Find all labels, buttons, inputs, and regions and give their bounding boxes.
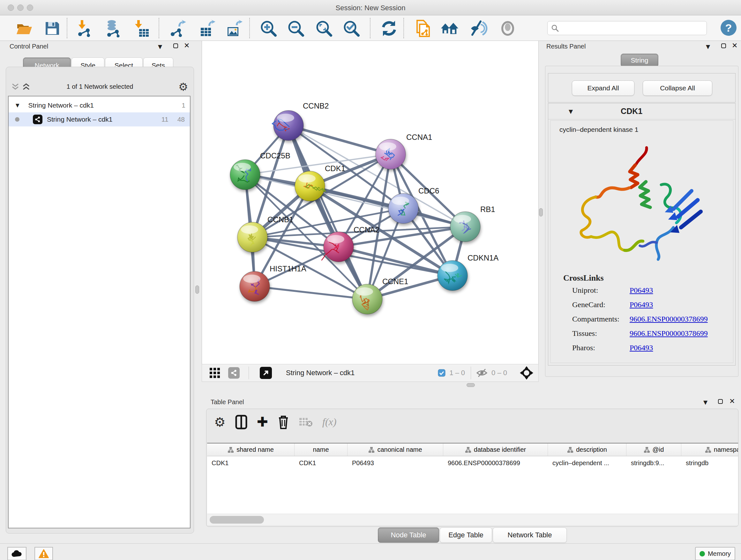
network-canvas[interactable]: CCNB2CCNA1CDC25BCDK1CDC6RB1CCNB1CCNA2CDK…: [202, 41, 539, 364]
table-row[interactable]: CDK1 CDK1 P06493 9606.ENSP00000378699 cy…: [207, 456, 738, 470]
column-shared-name[interactable]: shared name: [207, 443, 294, 456]
tab-network-table[interactable]: Network Table: [493, 527, 567, 543]
collection-expand-icon[interactable]: ▼: [16, 103, 19, 108]
cloud-button[interactable]: [7, 547, 26, 560]
clone-network-icon[interactable]: [414, 19, 433, 38]
zoom-in-icon[interactable]: [259, 19, 278, 38]
column-canonical-name[interactable]: canonical name: [347, 443, 443, 456]
network-view-title: String Network – cdk1: [286, 369, 354, 377]
status-bar: Memory: [0, 543, 741, 560]
zoom-out-icon[interactable]: [286, 19, 305, 38]
expand-all-button[interactable]: Expand All: [572, 80, 634, 96]
table-panel-close-button[interactable]: ✕: [729, 397, 735, 405]
gene-collapse-icon[interactable]: ▼: [569, 108, 573, 115]
search-input[interactable]: [559, 24, 703, 32]
show-columns-icon[interactable]: [235, 415, 247, 429]
left-splitter-handle[interactable]: [195, 286, 199, 294]
show-hide-graphics-icon[interactable]: [470, 19, 488, 38]
network-node-HIST1H1A[interactable]: HIST1H1A: [240, 264, 307, 301]
network-options-gear-icon[interactable]: ⚙: [179, 80, 188, 93]
collection-label: String Network – cdk1: [28, 102, 94, 109]
control-panel-float-button[interactable]: [173, 44, 178, 48]
pharos-link[interactable]: P06493: [630, 344, 733, 352]
node-label-CCNE1: CCNE1: [382, 277, 408, 286]
gene-card-header[interactable]: ▼ CDK1: [548, 104, 735, 119]
table-panel-float-button[interactable]: [718, 399, 723, 404]
network-node-CDKN1A[interactable]: CDKN1A: [437, 253, 498, 291]
network-list: ▼ String Network – cdk1 1 String Network…: [8, 96, 191, 528]
search-icon: [551, 24, 559, 32]
network-selection-status: 1 of 1 Network selected: [6, 83, 194, 90]
network-node-CCNA1[interactable]: CCNA1: [376, 133, 432, 169]
network-collection-row[interactable]: ▼ String Network – cdk1 1: [9, 98, 190, 112]
import-table-icon[interactable]: [132, 19, 151, 38]
birds-eye-grid-icon[interactable]: [209, 367, 220, 379]
delete-table-icon-disabled: [299, 417, 313, 428]
control-panel-close-button[interactable]: ✕: [184, 42, 190, 50]
home-icon[interactable]: [441, 19, 459, 38]
genecard-link[interactable]: P06493: [630, 300, 733, 309]
network-status-dot: [15, 117, 19, 122]
zoom-fit-icon[interactable]: [315, 19, 333, 38]
column-database-identifier[interactable]: database identifier: [443, 443, 548, 456]
network-node-CDC25B[interactable]: CDC25B: [230, 151, 290, 190]
eye-icon[interactable]: [498, 19, 517, 38]
hidden-eye-icon[interactable]: [476, 368, 488, 378]
gene-result-card: ▼ CDK1 cyclin–dependent kinase 1: [548, 103, 736, 366]
tab-string[interactable]: String: [621, 54, 658, 67]
warning-icon: [39, 549, 49, 558]
warning-button[interactable]: [35, 547, 53, 560]
import-network-icon[interactable]: [75, 19, 94, 38]
delete-column-icon[interactable]: [278, 415, 289, 429]
zoom-selected-icon[interactable]: [342, 19, 360, 38]
node-label-CCNA2: CCNA2: [354, 226, 380, 234]
help-button[interactable]: ?: [721, 20, 737, 36]
network-edge-CCNB2-CCNA1[interactable]: [288, 125, 391, 154]
open-session-icon[interactable]: [15, 19, 33, 38]
column-description[interactable]: description: [548, 443, 626, 456]
export-network-icon[interactable]: [169, 19, 187, 38]
results-panel-close-button[interactable]: ✕: [732, 42, 738, 50]
network-type-icon[interactable]: [228, 367, 240, 379]
selected-checkbox-icon[interactable]: [438, 369, 446, 377]
network-row-selected[interactable]: String Network – cdk1 11 48: [9, 112, 190, 126]
crosslinks-heading: CrossLinks: [563, 273, 733, 283]
control-panel-collapse-icon[interactable]: ▼: [158, 44, 162, 50]
export-table-icon[interactable]: [198, 19, 216, 38]
tab-edge-table[interactable]: Edge Table: [440, 527, 492, 543]
export-image-icon[interactable]: [225, 19, 243, 38]
open-in-window-icon[interactable]: [260, 367, 272, 379]
results-panel-float-button[interactable]: [721, 44, 726, 48]
import-network-from-database-icon[interactable]: [104, 19, 123, 38]
column-name[interactable]: name: [294, 443, 347, 456]
compartments-link[interactable]: 9606.ENSP00000378699: [630, 315, 733, 323]
results-panel-collapse-icon[interactable]: ▼: [706, 44, 710, 50]
node-label-HIST1H1A: HIST1H1A: [270, 264, 307, 273]
scrollbar-thumb[interactable]: [210, 516, 264, 523]
control-panel-title: Control Panel: [10, 43, 48, 50]
add-column-icon[interactable]: ✚: [257, 414, 268, 430]
right-splitter-handle[interactable]: [539, 208, 543, 216]
horizontal-splitter-handle[interactable]: [467, 383, 475, 387]
network-node-RB1[interactable]: RB1: [450, 205, 495, 242]
network-edge-HIST1H1A-CCNE1[interactable]: [255, 287, 367, 299]
column-namespace[interactable]: namespace: [681, 443, 738, 456]
memory-button[interactable]: Memory: [695, 547, 735, 560]
search-box[interactable]: [547, 21, 707, 35]
function-builder-icon-disabled: f(x): [322, 416, 336, 428]
network-node-CCNB1[interactable]: CCNB1: [238, 215, 293, 252]
refresh-icon[interactable]: [380, 19, 398, 38]
main-toolbar: ?: [0, 15, 741, 41]
node-label-CCNA1: CCNA1: [406, 133, 432, 141]
fit-content-crosshair-icon[interactable]: [520, 366, 533, 380]
tissues-link[interactable]: 9606.ENSP00000378699: [630, 329, 733, 338]
uniprot-link[interactable]: P06493: [630, 286, 733, 295]
collapse-all-button[interactable]: Collapse All: [643, 80, 712, 96]
table-horizontal-scrollbar[interactable]: [207, 514, 738, 525]
column-id[interactable]: @id: [626, 443, 681, 456]
save-session-icon[interactable]: [43, 19, 61, 38]
tab-node-table[interactable]: Node Table: [378, 527, 439, 543]
table-options-gear-icon[interactable]: ⚙: [214, 415, 226, 429]
table-panel-collapse-icon[interactable]: ▼: [703, 399, 708, 406]
node-table: shared name name canonical name database…: [207, 443, 738, 514]
